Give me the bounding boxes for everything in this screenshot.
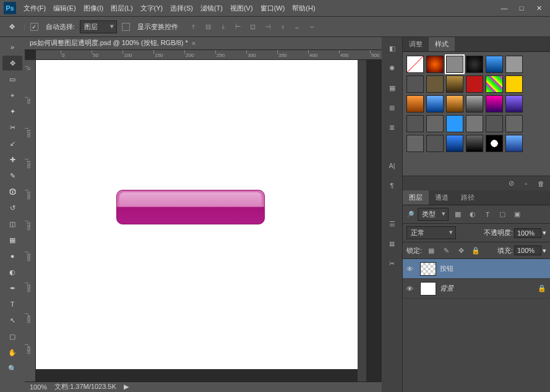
layer-item[interactable]: 👁背景🔒 [403, 279, 550, 299]
opacity-chevron-icon[interactable]: ▾ [543, 229, 546, 237]
style-swatch[interactable] [486, 75, 503, 93]
crop-tool[interactable]: ✂ [2, 120, 22, 135]
distribute2-icon[interactable]: ⫠ [291, 20, 304, 33]
filter-smart-icon[interactable]: ▣ [512, 209, 523, 220]
dock-tools-icon[interactable]: ✂ [385, 256, 400, 271]
lock-position-icon[interactable]: ✥ [455, 245, 466, 256]
menu-window[interactable]: 窗口(W) [258, 2, 288, 14]
clear-style-icon[interactable]: ⊘ [505, 178, 517, 189]
dock-color-icon[interactable]: ✱ [385, 61, 400, 75]
auto-select-dropdown[interactable]: 图层 [80, 20, 117, 33]
layer-item[interactable]: 👁按钮 [403, 259, 550, 279]
menu-help[interactable]: 帮助(H) [290, 2, 317, 14]
dock-nav-icon[interactable]: ⊠ [385, 236, 400, 251]
dock-info-icon[interactable]: ☰ [385, 216, 400, 231]
fill-input[interactable]: 100% [514, 245, 541, 255]
tab-channels[interactable]: 通道 [429, 190, 455, 205]
pen-tool[interactable]: ✒ [2, 281, 22, 296]
stamp-tool[interactable]: ⏼ [2, 184, 22, 199]
style-swatch[interactable] [426, 115, 444, 132]
distribute-icon[interactable]: ⫞ [276, 20, 290, 33]
filter-shape-icon[interactable]: ▢ [497, 209, 508, 220]
style-swatch[interactable] [505, 115, 523, 132]
style-swatch[interactable] [426, 95, 444, 113]
canvas[interactable] [36, 60, 358, 369]
align-hcenter-icon[interactable]: ⊡ [246, 20, 260, 33]
document-tab[interactable]: ps如何调整图层透明度.psd @ 100% (按钮, RGB/8) * × [25, 37, 382, 50]
style-swatch[interactable] [406, 56, 424, 73]
blur-tool[interactable]: ● [2, 249, 22, 263]
style-swatch[interactable] [426, 135, 444, 152]
eraser-tool[interactable]: ◫ [2, 216, 22, 231]
style-swatch[interactable] [505, 56, 523, 73]
move-tool[interactable]: ✥ [2, 56, 22, 70]
style-swatch[interactable] [406, 75, 424, 93]
style-swatch[interactable] [446, 95, 463, 113]
style-swatch[interactable] [505, 95, 523, 113]
dodge-tool[interactable]: ◐ [2, 265, 22, 279]
align-bottom-icon[interactable]: ⫰ [217, 20, 230, 33]
shape-tool[interactable]: ▢ [2, 329, 22, 344]
tab-layers[interactable]: 图层 [403, 190, 429, 205]
lock-transparency-icon[interactable]: ▦ [426, 245, 437, 256]
lock-all-icon[interactable]: 🔒 [470, 245, 481, 256]
style-swatch[interactable] [486, 115, 503, 132]
window-minimize[interactable]: — [497, 2, 512, 14]
window-close[interactable]: ✕ [531, 2, 546, 14]
brush-tool[interactable]: ✎ [2, 168, 22, 183]
style-swatch[interactable] [406, 135, 424, 152]
menu-view[interactable]: 视图(V) [228, 2, 256, 14]
gradient-tool[interactable]: ▦ [2, 232, 22, 247]
menu-select[interactable]: 选择(S) [168, 2, 196, 14]
align-right-icon[interactable]: ⊣ [261, 20, 275, 33]
tab-close-icon[interactable]: × [192, 40, 196, 47]
style-swatch[interactable] [446, 75, 463, 93]
lasso-tool[interactable]: ⌖ [2, 88, 22, 103]
scrollbar-vertical[interactable] [358, 60, 366, 381]
blend-mode-dropdown[interactable]: 正常 [406, 226, 456, 239]
path-tool[interactable]: ↖ [2, 313, 22, 328]
delete-style-icon[interactable]: 🗑 [535, 178, 546, 189]
window-maximize[interactable]: □ [514, 2, 529, 14]
show-transform-checkbox[interactable] [122, 23, 130, 31]
style-swatch[interactable] [466, 95, 483, 113]
tab-adjustments[interactable]: 调整 [403, 37, 429, 51]
eyedropper-tool[interactable]: ↙ [2, 136, 22, 151]
style-swatch[interactable] [466, 115, 483, 132]
style-swatch[interactable] [426, 56, 444, 73]
distribute3-icon[interactable]: ⫟ [306, 20, 319, 33]
marquee-tool[interactable]: ▭ [2, 72, 22, 87]
history-brush-tool[interactable]: ↺ [2, 200, 22, 215]
layer-filter-dropdown[interactable]: 类型 [418, 208, 449, 221]
tab-paths[interactable]: 路径 [455, 190, 481, 205]
zoom-tool[interactable]: 🔍 [2, 361, 22, 376]
visibility-icon[interactable]: 👁 [406, 265, 416, 273]
auto-select-checkbox[interactable] [30, 23, 38, 31]
style-swatch[interactable] [466, 56, 483, 73]
style-swatch[interactable] [505, 135, 523, 152]
menu-filter[interactable]: 滤镜(T) [198, 2, 225, 14]
menu-type[interactable]: 文字(Y) [138, 2, 166, 14]
style-swatch[interactable] [486, 95, 503, 113]
style-swatch[interactable] [406, 115, 424, 132]
dock-properties-icon[interactable]: ≣ [385, 120, 400, 135]
style-swatch[interactable] [466, 75, 483, 93]
style-swatch[interactable] [446, 115, 463, 132]
tab-styles[interactable]: 样式 [429, 37, 455, 51]
menu-file[interactable]: 文件(F) [21, 2, 48, 14]
filter-type-icon[interactable]: T [482, 209, 493, 220]
dock-history-icon[interactable]: ◧ [385, 41, 400, 56]
style-swatch[interactable] [426, 75, 444, 93]
align-vcenter-icon[interactable]: ⊟ [202, 20, 215, 33]
visibility-icon[interactable]: 👁 [406, 285, 416, 292]
type-tool[interactable]: T [2, 297, 22, 312]
style-swatch[interactable] [505, 75, 523, 93]
style-swatch[interactable] [446, 56, 463, 73]
dock-char-icon[interactable]: A| [385, 158, 400, 173]
fill-chevron-icon[interactable]: ▾ [543, 247, 546, 255]
style-swatch[interactable] [466, 135, 483, 152]
style-swatch[interactable] [486, 56, 503, 73]
filter-adjust-icon[interactable]: ◐ [467, 209, 478, 220]
align-top-icon[interactable]: ⫯ [187, 20, 200, 33]
menu-image[interactable]: 图像(I) [81, 2, 106, 14]
